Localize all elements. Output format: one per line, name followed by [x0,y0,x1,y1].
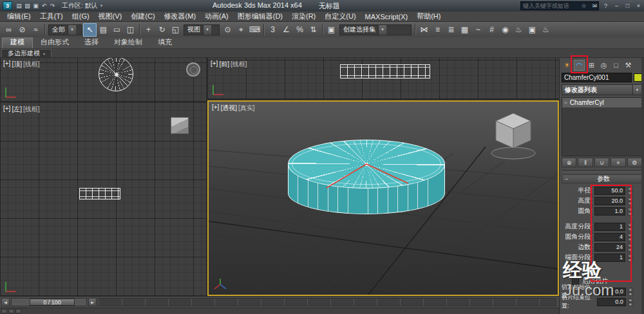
time-slider-track[interactable]: 0 / 100 [11,298,87,306]
menu-item[interactable]: 修改器(M) [160,11,201,22]
curve-editor-icon[interactable]: ~ [471,23,485,37]
menu-item[interactable]: 图形编辑器(D) [233,11,287,22]
spinner-down-icon[interactable]: ▾ [628,302,633,306]
menu-item[interactable]: 自定义(U) [320,11,360,22]
rendered-frame-icon[interactable]: ▣ [526,23,539,37]
spinner-down-icon[interactable]: ▾ [627,237,633,241]
snap-toggle-icon[interactable]: 3 [266,23,279,37]
mirror-icon[interactable]: ⋈ [417,23,431,37]
time-slider-handle[interactable]: 0 / 100 [30,299,75,306]
spinner-arrows[interactable]: ▴ ▾ [627,233,633,241]
modify-tab[interactable]: ◠ [574,60,585,71]
menu-item[interactable]: 渲染(R) [287,11,320,22]
select-by-name-icon[interactable]: ▤ [97,23,110,37]
status-mini-icon[interactable] [1,309,7,313]
status-mini-icon[interactable] [15,309,21,313]
menu-item[interactable]: 视图(V) [94,11,127,22]
spinner-up-icon[interactable]: ▴ [628,288,633,291]
rectangular-selection-region-icon[interactable]: ▭ [110,23,124,37]
ribbon-tab[interactable]: 填充 [150,36,180,48]
viewcube[interactable] [171,117,189,134]
spinner-up-icon[interactable]: ▴ [628,298,633,302]
communication-icon[interactable]: ✉ [591,1,599,10]
schematic-view-icon[interactable]: # [485,23,498,37]
pin-stack-icon[interactable]: ⊕ [562,158,576,167]
viewport-menu-shading[interactable]: [线框] [23,105,40,114]
viewport-menu-plus[interactable]: [+] [3,60,10,69]
undo-icon[interactable]: ↶ [40,2,48,10]
viewport-menu-plus[interactable]: [+] [3,105,10,114]
make-unique-icon[interactable]: ∪ [594,158,609,167]
parameters-rollout-header[interactable]: − 参数 [562,174,642,183]
modifier-list-dropdown[interactable]: 修改器列表 ▼ [562,84,642,95]
viewport-perspective[interactable]: [+] [透视] [真实] [207,100,559,296]
spinner-down-icon[interactable]: ▾ [627,248,633,252]
spinner-down-icon[interactable]: ▾ [627,212,633,216]
ribbon-tab[interactable]: 选择 [77,36,106,48]
named-selection-sets-dropdown[interactable]: 创建选择集 ▼ [339,24,412,35]
smooth-checkbox[interactable]: ✓ [572,268,579,275]
align-icon[interactable]: ≡ [431,23,444,37]
param-spinner-field[interactable]: 1.0 [594,207,625,216]
render-setup-icon[interactable]: ♨ [512,23,526,37]
render-production-icon[interactable]: ♨ [539,23,553,37]
bind-to-space-warp-icon[interactable]: ≈ [29,23,43,37]
menu-item[interactable]: 动画(A) [200,11,233,22]
chevron-down-icon[interactable]: ▼ [68,25,76,35]
stack-item-chamfercyl[interactable]: ○ ChamferCyl [562,98,641,107]
param-spinner-field[interactable]: 0.0 [597,288,626,296]
spinner-down-icon[interactable]: ▾ [627,191,633,195]
modifier-stack[interactable]: ○ ChamferCyl [562,97,642,156]
previous-frame-button[interactable]: ◀ [1,298,10,306]
object-name-field[interactable]: ChamferCyl001 [562,73,632,82]
viewport-menu-view[interactable]: [前] [219,60,229,69]
create-tab[interactable]: ☀ [562,60,573,71]
spinner-down-icon[interactable]: ▾ [627,258,633,262]
menu-item[interactable]: MAXScript(X) [361,12,413,21]
spinner-up-icon[interactable]: ▴ [627,207,633,211]
unlink-selection-icon[interactable]: ⊘ [15,23,29,37]
viewport-menu-plus[interactable]: [+] [212,104,219,113]
favorites-icon[interactable]: ☆ [580,1,588,10]
spinner-arrows[interactable]: ▴ ▾ [627,187,633,195]
select-object-icon[interactable]: ↖ [83,23,97,37]
spinner-down-icon[interactable]: ▾ [628,292,633,296]
new-scene-icon[interactable]: ▤ [15,2,23,10]
utilities-tab[interactable]: ⚒ [623,60,634,71]
remove-modifier-icon[interactable]: × [611,158,625,167]
chevron-down-icon[interactable]: ▼ [203,25,211,35]
viewcube-ring[interactable] [186,62,200,77]
menu-item[interactable]: 工具(T) [35,11,68,22]
viewport-menu-view[interactable]: [透视] [220,104,237,113]
menu-item[interactable]: 编辑(E) [3,11,35,22]
spinner-down-icon[interactable]: ▾ [627,227,633,231]
spinner-up-icon[interactable]: ▴ [627,187,633,190]
status-mini-icon[interactable] [8,309,14,313]
maximize-icon[interactable]: □ [623,1,632,10]
minimize-icon[interactable]: – [612,1,621,10]
workspace-selector[interactable]: 工作区: 默认 ▼ [62,1,104,10]
chevron-down-icon[interactable]: ▼ [378,25,386,35]
spinner-arrows[interactable]: ▴ ▾ [627,254,633,262]
angle-snap-icon[interactable]: ∠ [279,23,293,37]
param-spinner-field[interactable]: 20.0 [594,197,625,205]
spinner-snap-icon[interactable]: ⇅ [307,23,320,37]
param-spinner-field[interactable]: 1 [594,223,625,231]
layer-manager-icon[interactable]: ≣ [444,23,458,37]
track-bar[interactable] [98,298,556,306]
viewport-top[interactable]: [+] [顶] [线框] [0,58,206,102]
panel-scrollbar[interactable] [641,58,644,314]
select-and-move-icon[interactable]: + [142,23,155,37]
display-tab[interactable]: □ [611,60,621,71]
menu-item[interactable]: 帮助(H) [412,11,445,22]
reference-coordinate-dropdown[interactable]: 视图 ▼ [184,24,220,35]
select-and-scale-icon[interactable]: ◱ [169,23,182,37]
viewport-menu-shading[interactable]: [线框] [231,60,247,69]
spinner-arrows[interactable]: ▴ ▾ [627,197,633,205]
graphite-ribbon-icon[interactable]: ▦ [458,23,471,37]
application-menu-button[interactable]: 3 [3,1,12,10]
spinner-up-icon[interactable]: ▴ [627,254,633,257]
help-icon[interactable]: ? [601,1,610,10]
open-file-icon[interactable]: ▨ [23,2,32,10]
viewport-front[interactable]: [+] [前] [线框] [207,58,559,99]
